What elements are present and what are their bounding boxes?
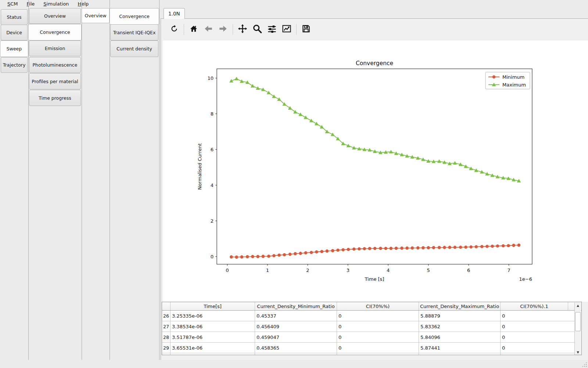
svg-text:Maximum: Maximum: [502, 82, 526, 88]
toolbar-separator: [184, 24, 184, 35]
cell-ci70-1: 0: [501, 311, 575, 321]
cell-max-ratio: 5.83362: [419, 321, 501, 332]
cell-min-ratio: 0.45337: [255, 311, 337, 321]
table-row: 28 3.51787e-06 0.459047 0 5.84096 0: [162, 332, 581, 343]
col-header-min-ratio[interactable]: Current_Density_Minimum_Ratio: [255, 302, 337, 310]
svg-text:5: 5: [427, 268, 430, 273]
tab-sweep[interactable]: Sweep: [0, 40, 28, 57]
cell-max-ratio: 5.89474: [419, 353, 501, 355]
tab-transient-iqe-iqex[interactable]: Transient IQE-IQEx: [110, 24, 158, 40]
cell-max-ratio: 5.88879: [419, 311, 501, 321]
svg-text:2: 2: [211, 218, 214, 224]
cell-min-ratio: 0.460151: [255, 353, 337, 355]
corner-cell: [162, 302, 171, 310]
tab-status[interactable]: Status: [1, 9, 28, 25]
col-header-time[interactable]: Time[s]: [171, 302, 255, 310]
cell-max-ratio: 5.87441: [419, 343, 501, 353]
cell-ci70-1: 0: [501, 321, 575, 332]
back-button[interactable]: [202, 23, 215, 36]
svg-text:0: 0: [211, 254, 214, 259]
forward-arrow-icon: [218, 24, 228, 35]
svg-text:Normalised Current: Normalised Current: [197, 143, 202, 190]
svg-text:8: 8: [211, 111, 214, 117]
tab-photoluminescence[interactable]: Photoluminescence: [29, 57, 81, 73]
cell-time: 3.80543e-06: [171, 353, 255, 355]
svg-text:0: 0: [226, 268, 229, 273]
cell-ci70-1: 0: [501, 353, 575, 355]
refresh-button[interactable]: [168, 23, 180, 36]
svg-text:1e−6: 1e−6: [519, 276, 532, 282]
forward-button[interactable]: [217, 23, 229, 36]
table-row: 27 3.38534e-06 0.456409 0 5.83362 0: [162, 321, 581, 332]
scrollbar-thumb[interactable]: [575, 312, 581, 331]
zoom-button[interactable]: [251, 23, 263, 36]
svg-text:3: 3: [347, 268, 349, 273]
cell-ci70-1: 0: [501, 332, 575, 343]
svg-text:2: 2: [306, 268, 309, 273]
row-index: 27: [162, 321, 171, 332]
cell-ci70: 0: [337, 343, 419, 353]
scroll-down-arrow-icon[interactable]: ▼: [575, 349, 581, 355]
cell-ci70: 0: [337, 353, 419, 355]
document-tab-bar: 1.0N: [161, 8, 588, 18]
magnifier-icon: [252, 24, 262, 35]
svg-text:6: 6: [211, 147, 214, 152]
cell-ci70-1: 0: [501, 343, 575, 353]
home-button[interactable]: [187, 23, 200, 36]
nav-column-4: Convergence Transient IQE-IQEx Current d…: [110, 0, 159, 360]
table-vertical-scrollbar[interactable]: ▲ ▼: [574, 302, 581, 355]
line-chart-icon: [282, 24, 292, 35]
tab-convergence-l2[interactable]: Convergence: [28, 24, 82, 40]
cell-ci70: 0: [337, 311, 419, 321]
col-header-ci70[interactable]: CI(70%%): [337, 302, 419, 310]
nav-column-1: Status Device Sweep Trajectory: [0, 0, 29, 360]
row-index: 30: [162, 353, 171, 355]
figure-canvas[interactable]: 012345670246810ConvergenceNormalised Cur…: [163, 40, 588, 302]
col-header-max-ratio[interactable]: Current_Density_Maximum_Ratio: [419, 302, 501, 310]
tab-overview-l3[interactable]: Overview: [82, 8, 110, 23]
cell-time: 3.51787e-06: [171, 332, 255, 343]
plot-toolbar: [163, 20, 312, 39]
svg-text:4: 4: [211, 183, 214, 188]
row-index: 28: [162, 332, 171, 343]
cell-min-ratio: 0.459047: [255, 332, 337, 343]
scroll-up-arrow-icon[interactable]: ▲: [575, 302, 581, 308]
svg-text:Minimum: Minimum: [502, 74, 524, 80]
back-arrow-icon: [204, 24, 213, 35]
tab-device[interactable]: Device: [1, 25, 28, 40]
tab-time-progress[interactable]: Time progress: [29, 90, 81, 106]
tab-profiles-per-material[interactable]: Profiles per material: [29, 73, 81, 89]
row-index: 29: [162, 343, 171, 353]
toolbar-separator: [296, 24, 297, 35]
svg-text:4: 4: [387, 268, 390, 273]
tab-document-1-0N[interactable]: 1.0N: [164, 8, 185, 19]
row-index: 26: [162, 311, 171, 321]
nav-column-3: Overview: [82, 0, 110, 360]
svg-text:1: 1: [266, 268, 269, 273]
sliders-icon: [267, 24, 277, 35]
tab-current-density[interactable]: Current density: [110, 40, 158, 57]
nav-column-2: Overview Convergence Emission Photolumin…: [28, 0, 82, 360]
tab-convergence-l4[interactable]: Convergence: [110, 8, 159, 25]
toolbar-separator: [233, 24, 233, 35]
tab-emission[interactable]: Emission: [29, 40, 81, 56]
svg-text:10: 10: [207, 75, 214, 81]
pan-button[interactable]: [236, 23, 249, 36]
save-floppy-icon: [301, 24, 311, 35]
col-header-ci70-1[interactable]: CI(70%%).1: [501, 302, 568, 310]
configure-subplots-button[interactable]: [266, 23, 278, 36]
save-button[interactable]: [300, 23, 312, 36]
window-resize-grip[interactable]: [582, 362, 587, 367]
table-header-row: Time[s] Current_Density_Minimum_Ratio CI…: [162, 302, 581, 311]
svg-text:7: 7: [507, 268, 510, 273]
convergence-chart: 012345670246810ConvergenceNormalised Cur…: [163, 40, 588, 302]
cell-max-ratio: 5.84096: [419, 332, 501, 343]
tab-overview-l2[interactable]: Overview: [29, 8, 81, 24]
refresh-icon: [170, 24, 179, 35]
edit-parameters-button[interactable]: [280, 23, 293, 36]
tab-trajectory[interactable]: Trajectory: [1, 57, 28, 73]
svg-text:6: 6: [467, 268, 470, 273]
home-icon: [189, 24, 198, 35]
table-row: 26 3.25335e-06 0.45337 0 5.88879 0: [162, 311, 581, 321]
application-window: SCM File Simulation Help Status Device S…: [0, 0, 588, 368]
